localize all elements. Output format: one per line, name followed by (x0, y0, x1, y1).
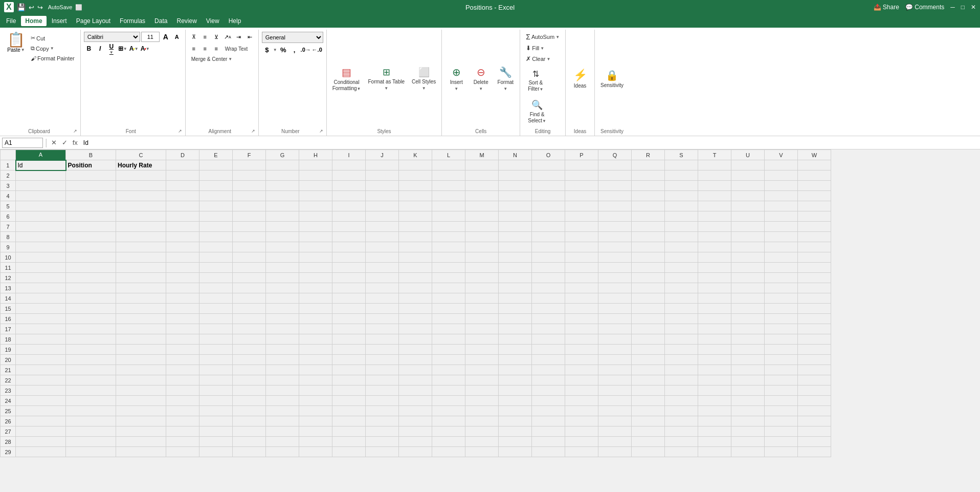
cell-j14[interactable] (366, 293, 399, 304)
cell-f25[interactable] (233, 406, 266, 416)
cell-i5[interactable] (332, 201, 366, 211)
cell-a8[interactable] (16, 232, 66, 242)
cell-w11[interactable] (798, 263, 831, 273)
cell-b18[interactable] (66, 334, 116, 345)
cell-w28[interactable] (798, 437, 831, 447)
number-format-select[interactable]: General Number Currency (262, 32, 323, 43)
cell-j4[interactable] (366, 191, 399, 201)
cell-w13[interactable] (798, 283, 831, 293)
cell-b10[interactable] (66, 252, 116, 263)
cell-d25[interactable] (166, 406, 199, 416)
cell-f21[interactable] (233, 365, 266, 375)
cell-j2[interactable] (366, 170, 399, 181)
cell-a22[interactable] (16, 375, 66, 386)
cell-u12[interactable] (731, 273, 765, 283)
cell-v5[interactable] (765, 201, 798, 211)
cell-g16[interactable] (266, 314, 299, 324)
cell-n18[interactable] (499, 334, 532, 345)
col-header-G[interactable]: G (266, 150, 299, 160)
cell-r27[interactable] (632, 426, 665, 437)
cell-k6[interactable] (399, 211, 432, 222)
cell-q23[interactable] (598, 386, 632, 396)
copy-dropdown[interactable]: ▼ (50, 46, 54, 51)
cell-d18[interactable] (166, 334, 199, 345)
cell-t13[interactable] (698, 283, 731, 293)
cell-s2[interactable] (665, 170, 698, 181)
cell-n1[interactable] (499, 160, 532, 170)
cell-q1[interactable] (598, 160, 632, 170)
cell-n7[interactable] (499, 222, 532, 232)
cell-p22[interactable] (565, 375, 598, 386)
cell-g14[interactable] (266, 293, 299, 304)
cell-c4[interactable] (116, 191, 166, 201)
bold-button[interactable]: B (84, 44, 94, 54)
cell-h19[interactable] (299, 345, 332, 355)
cell-q21[interactable] (598, 365, 632, 375)
cell-f24[interactable] (233, 396, 266, 406)
cell-a5[interactable] (16, 201, 66, 211)
cell-n15[interactable] (499, 304, 532, 314)
cell-k23[interactable] (399, 386, 432, 396)
cell-o4[interactable] (532, 191, 565, 201)
cell-b13[interactable] (66, 283, 116, 293)
cell-d23[interactable] (166, 386, 199, 396)
cell-n24[interactable] (499, 396, 532, 406)
currency-dropdown[interactable]: ▼ (273, 48, 277, 52)
cell-l12[interactable] (432, 273, 465, 283)
cell-j22[interactable] (366, 375, 399, 386)
cell-a17[interactable] (16, 324, 66, 334)
cell-u11[interactable] (731, 263, 765, 273)
cell-r5[interactable] (632, 201, 665, 211)
cell-d14[interactable] (166, 293, 199, 304)
cell-c21[interactable] (116, 365, 166, 375)
cell-v24[interactable] (765, 396, 798, 406)
cell-m14[interactable] (465, 293, 499, 304)
number-expand[interactable]: ↗ (319, 129, 323, 134)
col-header-A[interactable]: A (16, 150, 66, 160)
cell-f26[interactable] (233, 416, 266, 426)
cell-u5[interactable] (731, 201, 765, 211)
col-header-L[interactable]: L (432, 150, 465, 160)
cell-k22[interactable] (399, 375, 432, 386)
cell-c1[interactable]: Hourly Rate (116, 160, 166, 170)
cell-m2[interactable] (465, 170, 499, 181)
cell-q19[interactable] (598, 345, 632, 355)
cell-i14[interactable] (332, 293, 366, 304)
cell-c3[interactable] (116, 181, 166, 191)
cell-f7[interactable] (233, 222, 266, 232)
cell-g2[interactable] (266, 170, 299, 181)
cell-l11[interactable] (432, 263, 465, 273)
cell-b25[interactable] (66, 406, 116, 416)
cell-u23[interactable] (731, 386, 765, 396)
cell-f2[interactable] (233, 170, 266, 181)
font-color-button[interactable]: A▼ (140, 44, 150, 54)
cell-m25[interactable] (465, 406, 499, 416)
cell-g12[interactable] (266, 273, 299, 283)
cell-s29[interactable] (665, 447, 698, 457)
percent-btn[interactable]: % (278, 45, 288, 55)
cell-d20[interactable] (166, 355, 199, 365)
cell-q15[interactable] (598, 304, 632, 314)
cell-n23[interactable] (499, 386, 532, 396)
cell-l10[interactable] (432, 252, 465, 263)
cell-v26[interactable] (765, 416, 798, 426)
cell-g9[interactable] (266, 242, 299, 252)
menu-formulas[interactable]: Formulas (116, 16, 149, 26)
cell-u1[interactable] (731, 160, 765, 170)
cell-p24[interactable] (565, 396, 598, 406)
cell-l15[interactable] (432, 304, 465, 314)
cell-g4[interactable] (266, 191, 299, 201)
menu-help[interactable]: Help (225, 16, 246, 26)
cell-g20[interactable] (266, 355, 299, 365)
cell-h11[interactable] (299, 263, 332, 273)
cell-d29[interactable] (166, 447, 199, 457)
cell-m18[interactable] (465, 334, 499, 345)
cell-j26[interactable] (366, 416, 399, 426)
cell-r6[interactable] (632, 211, 665, 222)
cell-k16[interactable] (399, 314, 432, 324)
cell-f15[interactable] (233, 304, 266, 314)
cell-n3[interactable] (499, 181, 532, 191)
cell-t2[interactable] (698, 170, 731, 181)
cell-i26[interactable] (332, 416, 366, 426)
cell-b27[interactable] (66, 426, 116, 437)
